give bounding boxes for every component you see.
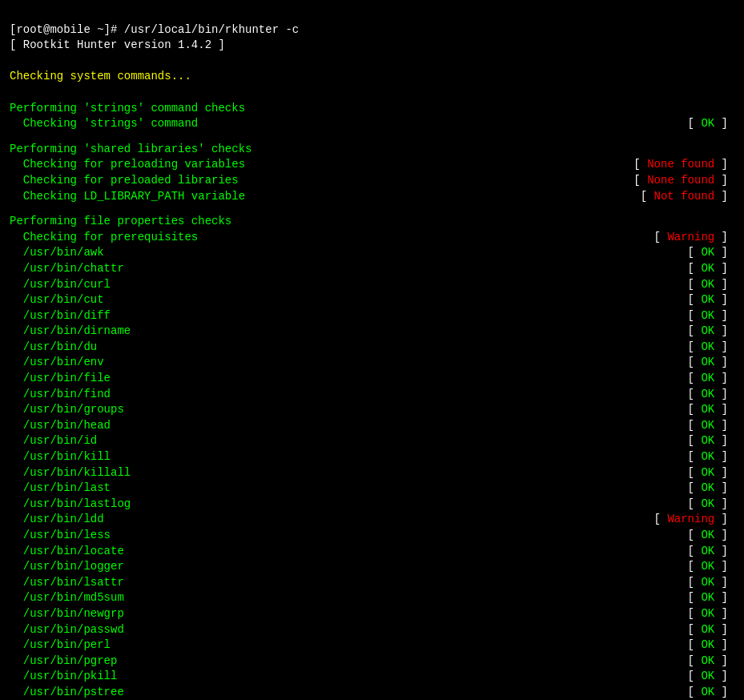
section-header-0: Performing 'strings' command checks: [10, 101, 734, 117]
item-status-0-0: [ OK ]: [688, 116, 734, 132]
item-label-2-6: /usr/bin/dirname: [10, 324, 131, 340]
section-2-item-19: /usr/bin/less[ OK ]: [10, 528, 734, 544]
section-0: Performing 'strings' command checks Chec…: [10, 101, 734, 132]
section-2-item-20: /usr/bin/locate[ OK ]: [10, 544, 734, 560]
item-status-1-1: [ None found ]: [633, 173, 734, 189]
item-label-2-4: /usr/bin/cut: [10, 292, 104, 308]
section-2-item-3: /usr/bin/curl[ OK ]: [10, 277, 734, 293]
item-label-0-0: Checking 'strings' command: [10, 116, 198, 132]
section-2-item-26: /usr/bin/perl[ OK ]: [10, 638, 734, 654]
item-label-2-18: /usr/bin/ldd: [10, 512, 104, 528]
item-label-2-24: /usr/bin/newgrp: [10, 606, 124, 622]
item-label-2-9: /usr/bin/file: [10, 371, 111, 387]
item-status-2-19: [ OK ]: [688, 528, 734, 544]
item-label-2-29: /usr/bin/pstree: [10, 685, 124, 700]
item-status-2-20: [ OK ]: [688, 544, 734, 560]
item-label-2-11: /usr/bin/groups: [10, 402, 124, 418]
section-2-item-21: /usr/bin/logger[ OK ]: [10, 559, 734, 575]
section-2-item-6: /usr/bin/dirname[ OK ]: [10, 324, 734, 340]
item-status-2-4: [ OK ]: [688, 292, 734, 308]
item-status-2-3: [ OK ]: [688, 277, 734, 293]
item-status-2-23: [ OK ]: [688, 590, 734, 606]
item-status-2-28: [ OK ]: [688, 669, 734, 685]
section-2: Performing file properties checks Checki…: [10, 214, 734, 700]
section-2-item-28: /usr/bin/pkill[ OK ]: [10, 669, 734, 685]
item-status-1-2: [ Not found ]: [641, 189, 734, 205]
item-label-2-7: /usr/bin/du: [10, 340, 97, 356]
item-status-2-27: [ OK ]: [688, 654, 734, 670]
section-1: Performing 'shared libraries' checks Che…: [10, 142, 734, 204]
item-status-2-25: [ OK ]: [688, 622, 734, 638]
section-header-1: Performing 'shared libraries' checks: [10, 142, 734, 158]
item-label-2-8: /usr/bin/env: [10, 355, 104, 371]
item-label-2-0: Checking for prerequisites: [10, 230, 198, 246]
item-status-2-7: [ OK ]: [688, 340, 734, 356]
item-status-2-15: [ OK ]: [688, 465, 734, 481]
section-2-item-16: /usr/bin/last[ OK ]: [10, 481, 734, 497]
item-status-2-11: [ OK ]: [688, 402, 734, 418]
item-label-2-2: /usr/bin/chattr: [10, 261, 124, 277]
checking-system-label: Checking system commands...: [10, 70, 191, 82]
section-2-item-14: /usr/bin/kill[ OK ]: [10, 449, 734, 465]
item-label-2-20: /usr/bin/locate: [10, 544, 124, 560]
section-2-item-25: /usr/bin/passwd[ OK ]: [10, 622, 734, 638]
item-label-2-25: /usr/bin/passwd: [10, 622, 124, 638]
section-2-item-24: /usr/bin/newgrp[ OK ]: [10, 606, 734, 622]
section-2-item-1: /usr/bin/awk[ OK ]: [10, 245, 734, 261]
item-label-2-15: /usr/bin/killall: [10, 465, 131, 481]
item-label-2-22: /usr/bin/lsattr: [10, 575, 124, 591]
section-2-item-12: /usr/bin/head[ OK ]: [10, 418, 734, 434]
section-1-item-0: Checking for preloading variables[ None …: [10, 157, 734, 173]
section-2-item-0: Checking for prerequisites[ Warning ]: [10, 230, 734, 246]
item-label-2-26: /usr/bin/perl: [10, 638, 111, 654]
item-status-2-14: [ OK ]: [688, 449, 734, 465]
item-status-2-6: [ OK ]: [688, 324, 734, 340]
item-label-2-17: /usr/bin/lastlog: [10, 497, 131, 513]
section-2-item-29: /usr/bin/pstree[ OK ]: [10, 685, 734, 700]
prompt-line: [root@mobile ~]# /usr/local/bin/rkhunter…: [10, 23, 299, 36]
item-label-2-19: /usr/bin/less: [10, 528, 111, 544]
item-status-2-21: [ OK ]: [688, 559, 734, 575]
section-1-item-2: Checking LD_LIBRARY_PATH variable[ Not f…: [10, 189, 734, 205]
item-status-2-0: [ Warning ]: [654, 230, 734, 246]
item-label-2-27: /usr/bin/pgrep: [10, 654, 117, 670]
item-status-2-2: [ OK ]: [688, 261, 734, 277]
item-status-2-24: [ OK ]: [688, 606, 734, 622]
section-2-item-10: /usr/bin/find[ OK ]: [10, 387, 734, 403]
item-status-2-5: [ OK ]: [688, 308, 734, 324]
item-status-2-18: [ Warning ]: [654, 512, 734, 528]
item-status-2-10: [ OK ]: [688, 387, 734, 403]
item-label-2-28: /usr/bin/pkill: [10, 669, 117, 685]
item-label-2-3: /usr/bin/curl: [10, 277, 111, 293]
item-label-2-14: /usr/bin/kill: [10, 449, 111, 465]
item-status-2-29: [ OK ]: [688, 685, 734, 700]
item-label-2-16: /usr/bin/last: [10, 481, 111, 497]
item-label-2-10: /usr/bin/find: [10, 387, 111, 403]
sections-container: Performing 'strings' command checks Chec…: [10, 101, 734, 700]
terminal-window: [root@mobile ~]# /usr/local/bin/rkhunter…: [10, 6, 734, 101]
section-2-item-23: /usr/bin/md5sum[ OK ]: [10, 590, 734, 606]
item-status-2-12: [ OK ]: [688, 418, 734, 434]
item-status-2-26: [ OK ]: [688, 638, 734, 654]
item-label-2-12: /usr/bin/head: [10, 418, 111, 434]
item-label-1-0: Checking for preloading variables: [10, 157, 245, 173]
section-header-2: Performing file properties checks: [10, 214, 734, 230]
section-2-item-11: /usr/bin/groups[ OK ]: [10, 402, 734, 418]
section-2-item-5: /usr/bin/diff[ OK ]: [10, 308, 734, 324]
item-status-2-16: [ OK ]: [688, 481, 734, 497]
section-2-item-4: /usr/bin/cut[ OK ]: [10, 292, 734, 308]
item-status-2-17: [ OK ]: [688, 497, 734, 513]
item-label-1-2: Checking LD_LIBRARY_PATH variable: [10, 189, 245, 205]
section-2-item-17: /usr/bin/lastlog[ OK ]: [10, 497, 734, 513]
section-2-item-13: /usr/bin/id[ OK ]: [10, 433, 734, 449]
section-2-item-7: /usr/bin/du[ OK ]: [10, 340, 734, 356]
item-status-1-0: [ None found ]: [633, 157, 734, 173]
item-label-1-1: Checking for preloaded libraries: [10, 173, 239, 189]
item-status-2-8: [ OK ]: [688, 355, 734, 371]
item-label-2-23: /usr/bin/md5sum: [10, 590, 124, 606]
section-2-item-18: /usr/bin/ldd[ Warning ]: [10, 512, 734, 528]
item-status-2-1: [ OK ]: [688, 245, 734, 261]
item-status-2-13: [ OK ]: [688, 433, 734, 449]
section-2-item-22: /usr/bin/lsattr[ OK ]: [10, 575, 734, 591]
section-2-item-27: /usr/bin/pgrep[ OK ]: [10, 654, 734, 670]
